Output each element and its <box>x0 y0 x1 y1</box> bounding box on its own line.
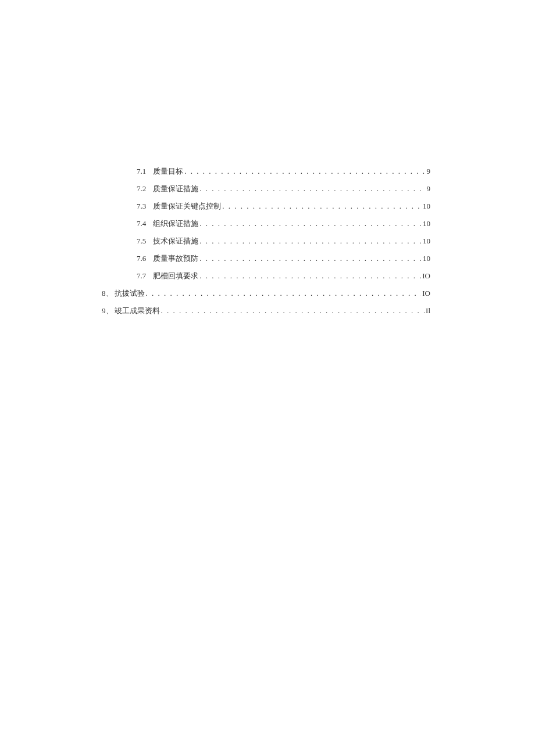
toc-leader-dots <box>199 184 425 194</box>
toc-leader-dots <box>222 202 422 211</box>
toc-leader-dots <box>146 289 422 298</box>
toc-entry-page: IO <box>422 271 430 281</box>
toc-entry-number: 7.2 <box>137 184 146 194</box>
toc-entry-number: 7.4 <box>137 219 146 228</box>
toc-leader-dots <box>199 237 422 246</box>
toc-leader-dots <box>199 254 422 263</box>
toc-entry-label: 质量保证关键点控制 <box>153 201 221 212</box>
toc-leader-dots <box>199 271 421 281</box>
toc-entry-page: 9 <box>427 184 431 194</box>
toc-entry-number: 7.6 <box>137 254 146 263</box>
toc-entry-number: 7.3 <box>137 202 146 211</box>
toc-entry-page: 10 <box>423 237 430 246</box>
toc-entry-label: 质量事故预防 <box>153 253 198 264</box>
toc-entry-page: 9 <box>427 167 431 176</box>
toc-leader-dots <box>184 167 425 176</box>
toc-entry: 7.1质量目标9 <box>102 166 430 177</box>
toc-entry: 7.7肥槽回填要求IO <box>102 271 430 281</box>
toc-entry-label: 竣工成果资料 <box>115 306 160 316</box>
toc-leader-dots <box>199 219 422 228</box>
toc-entry-label: 质量保证措施 <box>153 184 198 194</box>
toc-entry: 7.4组织保证措施10 <box>102 218 430 229</box>
toc-entry-label: 技术保证措施 <box>153 236 198 246</box>
toc-entry-number: 7.7 <box>137 271 146 281</box>
toc-entry-page: 10 <box>423 202 430 211</box>
toc-entry-label: 组织保证措施 <box>153 218 198 229</box>
toc-entry: 7.3质量保证关键点控制10 <box>102 201 430 212</box>
toc-entry-number: 8、 <box>102 288 113 299</box>
toc-entry: 7.6质量事故预防10 <box>102 253 430 264</box>
toc-entry-label: 质量目标 <box>153 166 183 177</box>
toc-entry: 9、竣工成果资料Il <box>102 306 430 316</box>
toc-entry-number: 9、 <box>102 306 113 316</box>
toc-entry-page: Il <box>426 306 430 316</box>
toc-entry-page: 10 <box>423 219 430 228</box>
toc-list: 7.1质量目标97.2质量保证措施97.3质量保证关键点控制107.4组织保证措… <box>102 166 430 316</box>
toc-entry-page: IO <box>422 289 430 298</box>
toc-entry: 8、抗拔试验IO <box>102 288 430 299</box>
toc-entry-label: 抗拔试验 <box>115 288 145 299</box>
toc-entry-number: 7.1 <box>137 167 146 176</box>
toc-entry-number: 7.5 <box>137 237 146 246</box>
toc-leader-dots <box>161 306 425 316</box>
toc-page: 7.1质量目标97.2质量保证措施97.3质量保证关键点控制107.4组织保证措… <box>102 166 430 323</box>
toc-entry: 7.5技术保证措施10 <box>102 236 430 246</box>
toc-entry-page: 10 <box>423 254 430 263</box>
toc-entry: 7.2质量保证措施9 <box>102 184 430 194</box>
toc-entry-label: 肥槽回填要求 <box>153 271 198 281</box>
